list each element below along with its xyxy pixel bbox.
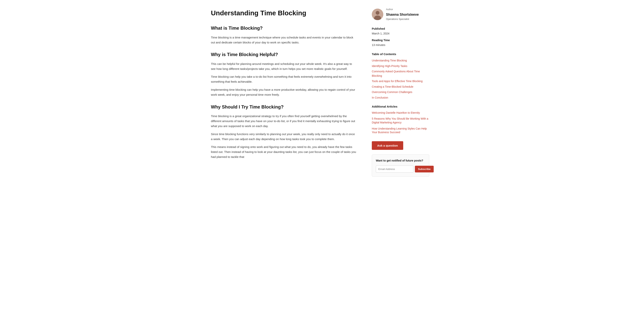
section-3-para-3: This means instead of signing onto work … [211,144,356,159]
email-row: Subscribe [376,166,425,173]
section-1-para-1: Time blocking is a time management techn… [211,35,356,45]
additional-articles-title: Additional Articles [372,104,429,109]
toc-link-7[interactable]: In Conclusion [372,95,429,100]
author-avatar [372,8,383,20]
published-date: March 1, 2024 [372,31,429,36]
section-2-para-2: Time blocking can help you take a to-do … [211,74,356,84]
additional-articles-block: Additional Articles Welcoming Danielle H… [372,104,429,134]
author-label: Author [386,8,419,11]
toc-title: Table of Contents [372,52,429,56]
author-block: Author Shawna Shortsleeve Operations Spe… [372,8,429,21]
toc-link-5[interactable]: Creating a Time-Blocked Schedule [372,85,429,89]
author-role: Operations Specialist [386,17,419,21]
article-link-2[interactable]: 5 Reasons Why You Should Be Working With… [372,117,429,124]
section-3-para-1: Time blocking is a great organizational … [211,114,356,129]
page-title: Understanding Time Blocking [211,8,356,18]
author-name: Shawna Shortsleeve [386,12,419,17]
article-link-1[interactable]: Welcoming Danielle Hazelton to Eternity [372,111,429,115]
section-2-para-3: Implementing time blocking can help you … [211,87,356,97]
section-why-helpful: Why is Time Blocking Helpful? This can b… [211,51,356,97]
section-what-is: What is Time Blocking? Time blocking is … [211,24,356,45]
reading-time-label: Reading Time [372,38,429,42]
author-info: Author Shawna Shortsleeve Operations Spe… [386,8,419,21]
section-why-try: Why Should I Try Time Blocking? Time blo… [211,103,356,159]
main-content: Understanding Time Blocking What is Time… [211,8,356,177]
toc-link-1[interactable]: Understanding Time Blocking [372,58,429,63]
reading-time-value: 13 minutes [372,43,429,47]
article-link-3[interactable]: How Understanding Learning Styles Can He… [372,127,429,134]
svg-point-1 [376,11,380,15]
toc-link-2[interactable]: Identifying High-Priority Tasks [372,64,429,68]
section-2-para-1: This can be helpful for planning around … [211,61,356,71]
section-heading-3: Why Should I Try Time Blocking? [211,103,356,111]
published-block: Published March 1, 2024 Reading Time 13 … [372,26,429,47]
toc-link-4[interactable]: Tools and Apps for Effective Time Blocki… [372,79,429,83]
section-3-para-2: Since time blocking functions very simil… [211,132,356,142]
toc-block: Table of Contents Understanding Time Blo… [372,52,429,100]
published-label: Published [372,26,429,31]
notify-title: Want to get notified of future posts? [376,158,425,163]
section-heading-2: Why is Time Blocking Helpful? [211,51,356,58]
sidebar: Author Shawna Shortsleeve Operations Spe… [372,8,429,177]
toc-link-6[interactable]: Overcoming Common Challenges [372,90,429,94]
toc-link-3[interactable]: Commonly Asked Questions About Time Bloc… [372,69,429,78]
notify-box: Want to get notified of future posts? Su… [372,154,429,177]
subscribe-button[interactable]: Subscribe [415,166,434,172]
section-heading-1: What is Time Blocking? [211,24,356,32]
ask-question-button[interactable]: Ask a question [372,141,403,150]
email-input[interactable] [376,166,413,173]
